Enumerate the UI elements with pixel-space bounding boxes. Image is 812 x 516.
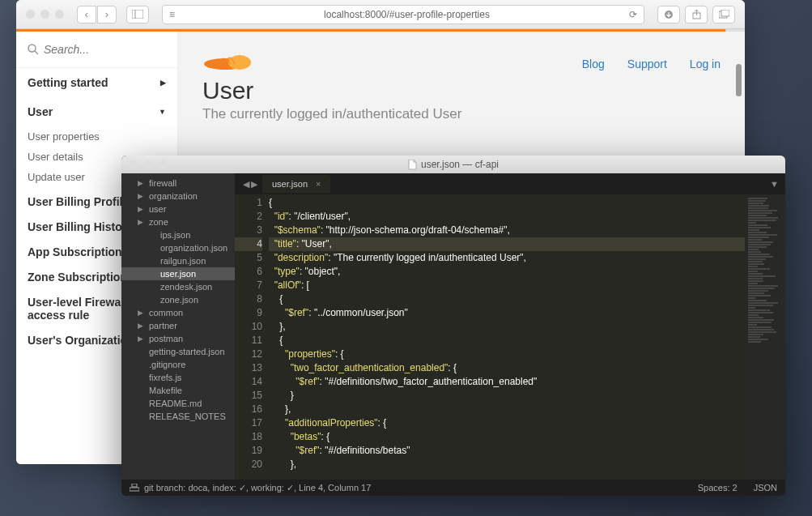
file-icon [408, 160, 417, 170]
zoom-window-icon[interactable] [159, 160, 168, 169]
file-tree: ▶firewall▶organization▶user▶zoneips.json… [121, 173, 235, 480]
doc-header: Blog Support Log in User The currently l… [178, 32, 745, 122]
cloudflare-logo [202, 45, 259, 70]
editor-window-controls [130, 160, 168, 169]
reload-icon[interactable]: ⟳ [629, 9, 637, 20]
tree-item-common[interactable]: ▶common [121, 306, 235, 319]
nav-buttons: ‹ › [77, 6, 117, 23]
link-blog[interactable]: Blog [582, 58, 605, 70]
status-git-text: git branch: doca, index: ✓, working: ✓, … [144, 483, 371, 493]
address-bar[interactable]: ≡ localhost:8000/#user-profile-propertie… [162, 5, 644, 24]
tree-item-user-json[interactable]: user.json [121, 267, 235, 280]
tree-item-organization-json[interactable]: organization.json [121, 241, 235, 254]
code-pane: 1234567891011121314151617181920 { "id": … [235, 194, 785, 480]
tree-item-zone[interactable]: ▶zone [121, 215, 235, 228]
tree-item-makefile[interactable]: Makefile [121, 384, 235, 397]
nav-getting-started[interactable]: Getting started [16, 68, 177, 97]
search-input[interactable] [44, 43, 166, 56]
tab-history-nav: ◀ ▶ [238, 179, 262, 190]
tree-item-railgun-json[interactable]: railgun.json [121, 254, 235, 267]
svg-rect-5 [721, 10, 729, 16]
editor-window: user.json — cf-api ▶firewall▶organizatio… [121, 156, 785, 496]
git-icon [130, 484, 139, 492]
tab-bar: ◀ ▶ user.json × ▼ [235, 173, 785, 194]
tree-item-fixrefs-js[interactable]: fixrefs.js [121, 371, 235, 384]
tab-close-icon[interactable]: × [316, 179, 321, 189]
tab-overflow-icon[interactable]: ▼ [763, 179, 785, 189]
link-login[interactable]: Log in [690, 58, 721, 70]
tree-item--gitignore[interactable]: .gitignore [121, 358, 235, 371]
header-links: Blog Support Log in [582, 58, 721, 70]
tree-item-partner[interactable]: ▶partner [121, 319, 235, 332]
tree-item-zone-json[interactable]: zone.json [121, 293, 235, 306]
tree-item-user[interactable]: ▶user [121, 203, 235, 215]
status-spaces[interactable]: Spaces: 2 [698, 483, 738, 493]
svg-rect-0 [132, 10, 143, 19]
tab-label: user.json [272, 179, 308, 189]
tree-item-firewall[interactable]: ▶firewall [121, 177, 235, 190]
back-button[interactable]: ‹ [77, 6, 96, 23]
page-subtitle: The currently logged in/authenticated Us… [202, 106, 721, 122]
line-gutter: 1234567891011121314151617181920 [235, 194, 269, 480]
tree-item-release-notes[interactable]: RELEASE_NOTES [121, 410, 235, 423]
status-lang[interactable]: JSON [754, 483, 777, 493]
tree-item-zendesk-json[interactable]: zendesk.json [121, 280, 235, 293]
tab-forward-icon[interactable]: ▶ [251, 179, 257, 190]
tree-item-readme-md[interactable]: README.md [121, 397, 235, 410]
svg-point-9 [228, 55, 251, 70]
minimize-window-icon[interactable] [40, 10, 49, 19]
zoom-window-icon[interactable] [55, 10, 64, 19]
scrollbar-thumb[interactable] [736, 64, 742, 96]
nav-item-user-properties[interactable]: User properties [16, 126, 177, 147]
tree-item-organization[interactable]: ▶organization [121, 190, 235, 203]
search-box [16, 38, 177, 68]
browser-toolbar: ‹ › ≡ localhost:8000/#user-profile-prope… [16, 0, 745, 29]
share-button[interactable] [685, 6, 708, 23]
status-bar: git branch: doca, index: ✓, working: ✓, … [121, 480, 785, 496]
svg-rect-11 [132, 484, 137, 487]
tab-back-icon[interactable]: ◀ [243, 179, 249, 190]
status-right: Spaces: 2 JSON [698, 483, 777, 493]
window-controls [26, 10, 64, 19]
toolbar-right [657, 6, 735, 23]
header-row: Blog Support Log in [202, 45, 721, 70]
forward-button[interactable]: › [97, 6, 117, 23]
editor-body: ▶firewall▶organization▶user▶zoneips.json… [121, 173, 785, 480]
svg-point-6 [28, 45, 36, 52]
code-text[interactable]: { "id": "/client/user", "$schema": "http… [269, 194, 745, 480]
svg-line-7 [35, 51, 38, 54]
tabs-button[interactable] [712, 6, 735, 23]
editor-title-text: user.json — cf-api [421, 159, 499, 170]
code-area: ◀ ▶ user.json × ▼ 1234567891011121314151… [235, 173, 785, 480]
close-window-icon[interactable] [26, 10, 35, 19]
tree-item-ips-json[interactable]: ips.json [121, 228, 235, 241]
editor-title: user.json — cf-api [130, 159, 777, 170]
status-left: git branch: doca, index: ✓, working: ✓, … [130, 483, 690, 493]
search-icon [28, 44, 39, 55]
close-window-icon[interactable] [130, 160, 138, 169]
editor-titlebar: user.json — cf-api [121, 156, 785, 173]
minimize-window-icon[interactable] [144, 160, 153, 169]
nav-user[interactable]: User [16, 97, 177, 126]
page-title: User [202, 77, 721, 104]
tree-item-getting-started-json[interactable]: getting-started.json [121, 345, 235, 358]
reader-icon[interactable]: ≡ [169, 9, 175, 20]
sidebar-toggle[interactable] [126, 6, 149, 23]
svg-rect-10 [130, 488, 139, 491]
tab-userjson[interactable]: user.json × [262, 175, 330, 193]
tree-item-postman[interactable]: ▶postman [121, 332, 235, 345]
minimap[interactable] [745, 194, 785, 480]
downloads-button[interactable] [657, 6, 680, 23]
url-text: localhost:8000/#user-profile-properties [185, 9, 629, 20]
link-support[interactable]: Support [627, 58, 667, 70]
